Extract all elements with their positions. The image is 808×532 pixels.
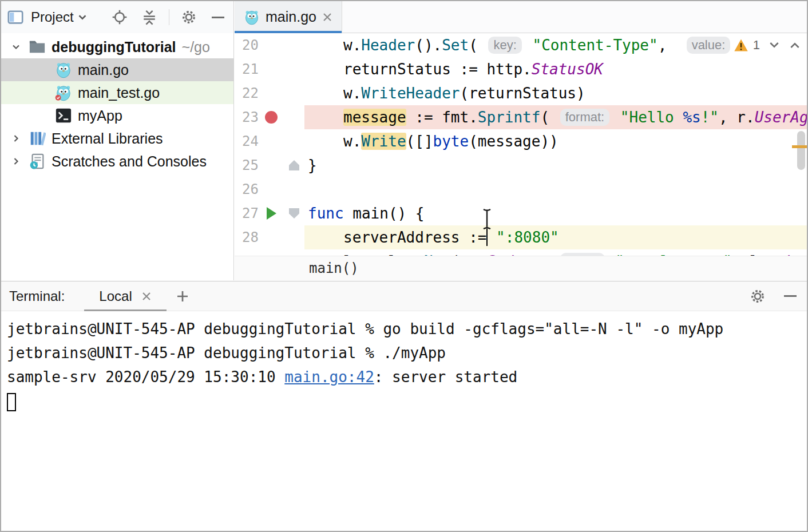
line-number: 29	[235, 249, 259, 256]
code-token: ,	[658, 37, 685, 54]
code-token: Sprintf	[478, 109, 541, 126]
line-number: 20	[235, 33, 259, 57]
terminal-actions	[750, 281, 797, 311]
code-token: serverAddress :=	[343, 229, 486, 246]
terminal-text: : server started	[374, 368, 517, 386]
project-tool-window: Project de	[1, 1, 234, 280]
code-line: 20w.Header().Set( key: "Content-Type", v…	[235, 33, 807, 57]
tree-row-scratches[interactable]: Scratches and Consoles	[1, 150, 233, 173]
code-token: func	[308, 205, 352, 222]
breadcrumb[interactable]: main()	[235, 256, 807, 280]
fold-marker-icon[interactable]	[284, 160, 304, 170]
line-number: 24	[235, 129, 259, 153]
parameter-hint: key:	[488, 37, 521, 54]
tree-item-label: myApp	[78, 108, 122, 124]
code-token: Stdout	[486, 253, 540, 256]
code-line: 25}	[235, 153, 807, 177]
go-test-file-icon	[55, 84, 72, 101]
code-token: , r.	[719, 109, 755, 126]
scrollbar-warning-marker[interactable]	[792, 145, 807, 148]
code-line: 29l := log.New(os.Stdout, prefix: "sampl…	[235, 249, 807, 256]
code-line: 22w.WriteHeader(returnStatus)	[235, 81, 807, 105]
editor-gutter: 24	[235, 129, 304, 153]
close-icon[interactable]	[322, 12, 332, 22]
breadcrumb-item[interactable]: main()	[309, 260, 359, 276]
mouse-ibeam-cursor	[482, 208, 492, 232]
gear-icon[interactable]	[181, 9, 197, 25]
tree-row-main-go[interactable]: main.go	[1, 58, 233, 81]
line-number: 23	[235, 105, 259, 129]
code-line: 24w.Write([]byte(message))	[235, 129, 807, 153]
terminal-link[interactable]: main.go:42	[284, 368, 374, 386]
project-toolbar: Project	[1, 1, 233, 33]
terminal-line	[7, 389, 807, 413]
terminal-tab-local[interactable]: Local	[84, 281, 166, 311]
code-line: 27func main() {	[235, 201, 807, 225]
tree-row-external-libraries[interactable]: External Libraries	[1, 127, 233, 150]
breakpoint-glyph	[265, 111, 278, 124]
code-token: (os.	[451, 253, 487, 256]
new-session-plus-icon[interactable]	[176, 289, 189, 303]
code-token: Set	[442, 37, 469, 54]
tree-item-label: Scratches and Consoles	[52, 153, 207, 170]
toolbar-divider	[169, 9, 169, 25]
collapse-all-button[interactable]	[141, 9, 157, 25]
code-text: }	[304, 153, 807, 177]
code-token: (	[469, 37, 486, 54]
terminal-line: sample-srv 2020/05/29 15:30:10 main.go:4…	[7, 365, 807, 389]
terminal-text: jetbrains@UNIT-545-AP debuggingTutorial …	[7, 344, 446, 362]
parameter-hint: value:	[687, 37, 731, 54]
project-panel-icon	[7, 9, 24, 26]
console-app-icon	[55, 107, 72, 124]
code-text: w.WriteHeader(returnStatus)	[304, 81, 807, 105]
editor-gutter: 21	[235, 57, 304, 81]
project-view-selector[interactable]: Project	[31, 9, 74, 25]
next-problem-chevron-down-icon[interactable]	[768, 41, 781, 50]
warning-icon[interactable]	[734, 38, 748, 52]
prev-problem-chevron-up-icon[interactable]	[789, 41, 801, 50]
chevron-down-icon[interactable]	[8, 41, 24, 53]
parameter-hint: format:	[560, 109, 609, 126]
terminal-tab-label: Local	[99, 288, 132, 304]
run-icon[interactable]	[259, 207, 284, 220]
code-token: Header	[361, 37, 415, 54]
code-token: ":8080"	[496, 229, 559, 246]
close-icon[interactable]	[141, 291, 152, 301]
minimize-icon	[784, 295, 797, 297]
line-number: 21	[235, 57, 259, 81]
line-number: 27	[235, 201, 259, 225]
code-text: serverAddress := ":8080"	[304, 225, 807, 249]
code-token: "Content-Type"	[533, 37, 658, 54]
tree-row-root[interactable]: debuggingTutorial ~/go	[1, 35, 233, 58]
code-token: WriteHeader	[361, 85, 460, 102]
code-text	[304, 177, 807, 201]
code-token: main	[352, 205, 389, 222]
tree-item-label: External Libraries	[52, 130, 163, 147]
terminal-output[interactable]: jetbrains@UNIT-545-AP debuggingTutorial …	[1, 311, 807, 531]
tree-row-main-test-go[interactable]: main_test.go	[1, 81, 233, 104]
editor-body[interactable]: 20w.Header().Set( key: "Content-Type", v…	[235, 33, 807, 256]
tab-main-go[interactable]: main.go	[235, 1, 342, 33]
code-text: l := log.New(os.Stdout, prefix: "sample-…	[304, 249, 807, 256]
gear-icon[interactable]	[750, 288, 766, 304]
breakpoint-icon[interactable]	[259, 111, 284, 124]
editor-scrollbar[interactable]	[797, 131, 805, 170]
code-token: w.	[343, 85, 361, 102]
code-line: 21returnStatus := http.StatusOK	[235, 57, 807, 81]
code-text: w.Header().Set( key: "Content-Type", val…	[304, 33, 807, 57]
code-text: message := fmt.Sprintf( format: "Hello %…	[304, 105, 807, 129]
code-line: 28serverAddress := ":8080"	[235, 225, 807, 249]
code-token: (	[540, 109, 558, 126]
chevron-right-icon[interactable]	[8, 133, 24, 144]
chevron-down-icon[interactable]	[76, 11, 89, 23]
chevron-right-icon[interactable]	[8, 156, 24, 167]
hide-panel-button[interactable]	[212, 17, 224, 18]
tree-row-myapp[interactable]: myApp	[1, 104, 233, 127]
line-number: 25	[235, 153, 259, 177]
locate-file-button[interactable]	[112, 9, 128, 25]
hide-panel-button[interactable]	[784, 295, 797, 297]
code-token: () {	[389, 205, 425, 222]
terminal-line: jetbrains@UNIT-545-AP debuggingTutorial …	[7, 317, 807, 341]
fold-marker-icon[interactable]	[284, 208, 304, 219]
code-token: byte	[433, 133, 469, 150]
